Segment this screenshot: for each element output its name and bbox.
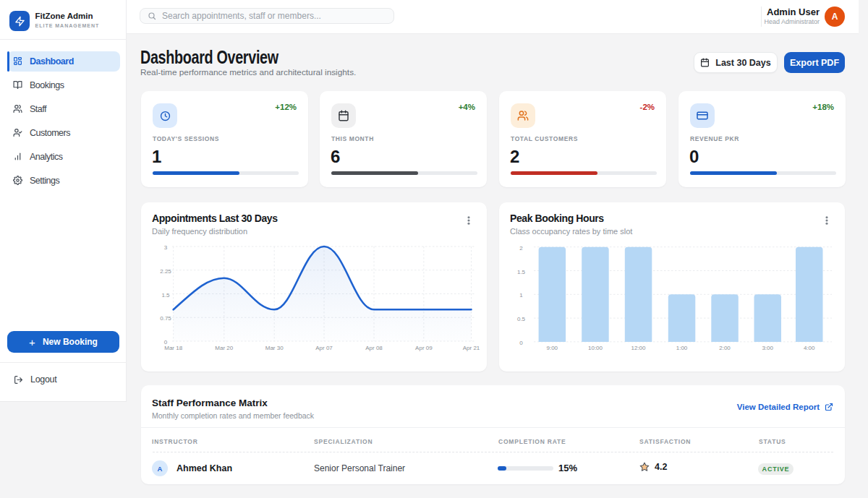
- svg-text:2: 2: [519, 245, 523, 252]
- svg-text:Apr 08: Apr 08: [365, 345, 383, 351]
- svg-text:Apr 07: Apr 07: [315, 345, 333, 351]
- svg-text:Mar 20: Mar 20: [215, 345, 233, 351]
- svg-text:0.75: 0.75: [160, 315, 171, 322]
- svg-text:12:00: 12:00: [631, 345, 646, 351]
- svg-text:1:00: 1:00: [676, 345, 688, 351]
- svg-text:9:00: 9:00: [547, 345, 558, 351]
- svg-text:2:00: 2:00: [719, 345, 731, 351]
- svg-text:2.25: 2.25: [160, 268, 171, 275]
- svg-text:1.5: 1.5: [161, 292, 170, 299]
- svg-text:0: 0: [519, 340, 523, 346]
- svg-text:3:00: 3:00: [762, 345, 773, 351]
- svg-text:4:00: 4:00: [804, 345, 815, 351]
- svg-text:1.5: 1.5: [517, 269, 526, 275]
- svg-text:1: 1: [519, 292, 523, 299]
- svg-text:Apr 21: Apr 21: [463, 345, 480, 351]
- svg-text:Mar 18: Mar 18: [164, 345, 182, 351]
- svg-text:10:00: 10:00: [588, 345, 603, 351]
- svg-text:Mar 30: Mar 30: [265, 345, 284, 351]
- svg-text:Apr 09: Apr 09: [415, 345, 433, 351]
- svg-text:0.5: 0.5: [517, 316, 526, 322]
- svg-text:3: 3: [164, 244, 168, 251]
